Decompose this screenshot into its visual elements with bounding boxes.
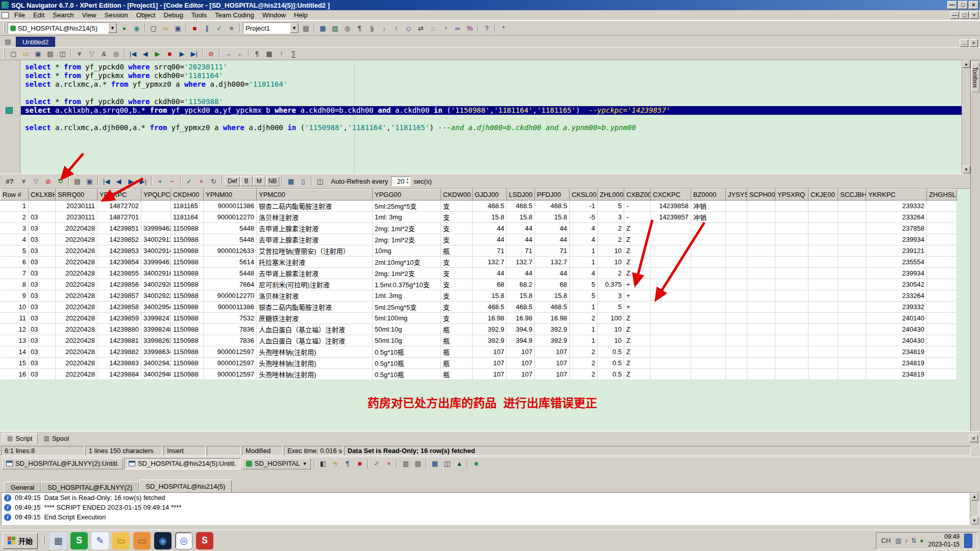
refresh-record-icon[interactable]: ↻ bbox=[208, 176, 219, 187]
grid-cell[interactable] bbox=[838, 358, 866, 369]
col-header-ypsxrq[interactable]: YPSXRQ bbox=[775, 189, 808, 201]
grid-cell[interactable]: 10 bbox=[598, 257, 624, 268]
grid-cell[interactable] bbox=[775, 279, 808, 290]
grid-cell[interactable]: 20220428 bbox=[56, 313, 97, 324]
grid-cell[interactable] bbox=[808, 268, 838, 279]
toolbox-tab[interactable]: Toolbox bbox=[971, 62, 979, 92]
scroll-down-icon[interactable]: ▼ bbox=[963, 166, 970, 173]
grid-cell[interactable]: 230542 bbox=[866, 279, 927, 290]
grid-cell[interactable]: 44 bbox=[507, 234, 535, 245]
col-header-pfdj00[interactable]: PFDJ00 bbox=[535, 189, 570, 201]
grid-cell[interactable]: 392.9 bbox=[473, 335, 507, 346]
grid-cell[interactable]: 1 bbox=[570, 335, 598, 346]
grid-cell[interactable] bbox=[651, 223, 691, 234]
grid-cell[interactable]: 2mg: 1ml*2支 bbox=[373, 234, 441, 245]
grid-cell[interactable]: 1 bbox=[570, 257, 598, 268]
grid-cell[interactable]: 20220428 bbox=[56, 279, 97, 290]
grid-cell[interactable]: 44 bbox=[535, 234, 570, 245]
col-header-cxbz00[interactable]: CXBZ00 bbox=[624, 189, 651, 201]
grid-cell[interactable]: 冲销 bbox=[691, 212, 726, 223]
filter-data-icon[interactable]: ▽ bbox=[30, 176, 42, 187]
grid-cell[interactable]: 2mg: 1ml*2支 bbox=[373, 268, 441, 279]
grid-cell[interactable] bbox=[775, 212, 808, 223]
grid-cell[interactable]: 9000012597 bbox=[204, 369, 257, 380]
grid-cell[interactable]: 1.5ml:0.375g*10支 bbox=[373, 279, 441, 290]
cancel-query-icon[interactable]: ⊘ bbox=[42, 176, 54, 187]
grid-cell[interactable] bbox=[726, 302, 747, 313]
grid-cell[interactable]: 20220428 bbox=[56, 268, 97, 279]
grid-cell[interactable]: 支 bbox=[441, 290, 473, 302]
start-button[interactable]: 开始 bbox=[3, 533, 38, 549]
grid-cell[interactable] bbox=[808, 358, 838, 369]
code-area[interactable]: select * from yf_ypckd0 where srrq00='20… bbox=[21, 63, 962, 132]
grid-cell[interactable] bbox=[141, 201, 171, 212]
grid-cell[interactable]: 10 bbox=[598, 245, 624, 257]
mdi-restore-button[interactable]: □ bbox=[960, 11, 969, 19]
mdi-system-icon[interactable] bbox=[2, 12, 9, 18]
network-icon[interactable]: ⇅ bbox=[911, 537, 917, 544]
grid-cell[interactable] bbox=[838, 201, 866, 212]
grid-cell[interactable]: 9000012597 bbox=[204, 346, 257, 358]
grid-cell[interactable]: 2 bbox=[570, 358, 598, 369]
grid-cell[interactable]: 03 bbox=[29, 212, 56, 223]
session-window-button[interactable]: SD_HOSPITAL@FJLNYY(2):Untitl. bbox=[2, 458, 123, 469]
record-view-icon[interactable]: ▯ bbox=[297, 176, 309, 187]
grid-cell[interactable]: 7664 bbox=[204, 279, 257, 290]
find-objects-icon[interactable]: ◎ bbox=[341, 23, 353, 34]
session-profile-icon[interactable]: ◧ bbox=[317, 458, 329, 469]
grid-cell[interactable]: 132.7 bbox=[535, 257, 570, 268]
grid-cell[interactable]: 468.5 bbox=[473, 201, 507, 212]
menu-file[interactable]: File bbox=[10, 10, 29, 20]
grid-cell[interactable]: 03 bbox=[29, 257, 56, 268]
format-toggle-m[interactable]: M bbox=[253, 176, 265, 186]
first-statement-icon[interactable]: |◀ bbox=[127, 48, 139, 59]
grid-cell[interactable]: 4 bbox=[570, 234, 598, 245]
grid-cell[interactable] bbox=[726, 369, 747, 380]
grid-cell[interactable]: 34002954 bbox=[141, 302, 171, 313]
calculator-icon[interactable]: ▦ bbox=[50, 532, 67, 549]
refresh-icon[interactable]: ↻ bbox=[55, 176, 66, 187]
grid-cell[interactable]: 8 bbox=[1, 279, 29, 290]
grid-cell[interactable] bbox=[747, 279, 775, 290]
result-tab-spool[interactable]: ▥Spool bbox=[39, 433, 74, 444]
grid-cell[interactable]: 394.9 bbox=[507, 324, 535, 335]
sqldev-red-icon[interactable]: S bbox=[196, 532, 213, 549]
grid-cell[interactable]: 03 bbox=[29, 290, 56, 302]
grid-cell[interactable]: 44 bbox=[473, 223, 507, 234]
grid-cell[interactable]: 03 bbox=[29, 201, 56, 212]
grid-cell[interactable] bbox=[808, 279, 838, 290]
describe-icon[interactable]: ¶ bbox=[251, 48, 263, 59]
col-header-lsdj00[interactable]: LSDJ00 bbox=[507, 189, 535, 201]
grid-cell[interactable]: 1150988 bbox=[171, 324, 204, 335]
log-scrollbar[interactable]: ▲ ▼ bbox=[970, 493, 978, 524]
col-header-zhl000[interactable]: ZHL000 bbox=[598, 189, 624, 201]
grid-cell[interactable]: 7836 bbox=[204, 335, 257, 346]
volume-icon[interactable]: ♪ bbox=[904, 537, 908, 544]
grid-cell[interactable]: 234819 bbox=[866, 346, 927, 358]
grid-cell[interactable]: Z bbox=[624, 268, 651, 279]
grid-cell[interactable]: 33999461 bbox=[141, 257, 171, 268]
grid-cell[interactable]: 1150988 bbox=[171, 335, 204, 346]
grid-cell[interactable] bbox=[927, 313, 957, 324]
grid-cell[interactable]: 20220428 bbox=[56, 223, 97, 234]
grid-cell[interactable]: 9000012633 bbox=[204, 245, 257, 257]
post-edit-icon[interactable]: ✓ bbox=[183, 176, 195, 187]
open-file-icon[interactable]: ▭ bbox=[160, 23, 172, 34]
grid-cell[interactable] bbox=[747, 245, 775, 257]
grid-cell[interactable]: 14872701 bbox=[97, 212, 141, 223]
show-desktop-icon[interactable] bbox=[964, 534, 972, 548]
code-line[interactable]: select * from yf_ypckmx where ckdh00='11… bbox=[21, 71, 962, 80]
grid-cell[interactable]: 支 bbox=[441, 223, 473, 234]
link-icon[interactable]: ∞ bbox=[452, 23, 463, 34]
format-code-icon[interactable]: & bbox=[98, 48, 110, 59]
grid-cell[interactable]: 14 bbox=[1, 346, 29, 358]
grid-cell[interactable] bbox=[808, 346, 838, 358]
grid-cell[interactable]: 1150988 bbox=[171, 279, 204, 290]
grid-cell[interactable]: 50ml:10g bbox=[373, 324, 441, 335]
grid-cell[interactable]: 1 bbox=[570, 245, 598, 257]
grid-cell[interactable] bbox=[808, 223, 838, 234]
grid-cell[interactable] bbox=[775, 201, 808, 212]
col-header-cklxbh[interactable]: CKLXBH bbox=[29, 189, 56, 201]
grid-cell[interactable]: 71 bbox=[507, 245, 535, 257]
grid-cell[interactable] bbox=[927, 369, 957, 380]
